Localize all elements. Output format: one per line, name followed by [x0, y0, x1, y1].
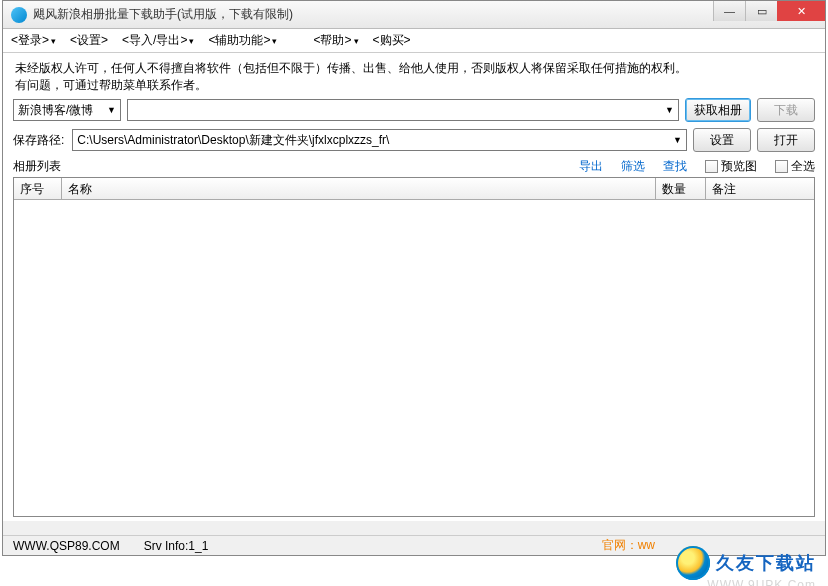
checkbox-icon: [705, 160, 718, 173]
save-path-combo[interactable]: C:\Users\Administrator\Desktop\新建文件夹\jfx…: [72, 129, 687, 151]
app-icon: [11, 7, 27, 23]
table-header: 序号 名称 数量 备注: [14, 178, 814, 200]
open-folder-button[interactable]: 打开: [757, 128, 815, 152]
warning-text: 未经版权人许可，任何人不得擅自将软件（包括但不限于）传播、出售、给他人使用，否则…: [13, 59, 815, 98]
chevron-down-icon: ▼: [107, 105, 116, 115]
menubar: <登录>▾ <设置> <导入/导出>▾ <辅助功能>▾ <帮助>▾ <购买>: [3, 29, 825, 53]
album-table: 序号 名称 数量 备注: [13, 177, 815, 517]
menu-settings[interactable]: <设置>: [70, 32, 108, 49]
source-row: 新浪博客/微博 ▼ ▼ 获取相册 下载: [13, 98, 815, 122]
menu-login[interactable]: <登录>▾: [11, 32, 56, 49]
maximize-button[interactable]: ▭: [745, 1, 777, 21]
checkbox-icon: [775, 160, 788, 173]
table-body[interactable]: [14, 200, 814, 516]
col-note[interactable]: 备注: [706, 178, 814, 199]
menu-buy[interactable]: <购买>: [373, 32, 411, 49]
search-link[interactable]: 查找: [663, 158, 687, 175]
titlebar: 飓风新浪相册批量下载助手(试用版，下载有限制) — ▭ ✕: [3, 1, 825, 29]
get-album-button[interactable]: 获取相册: [685, 98, 751, 122]
source-combo[interactable]: 新浪博客/微博 ▼: [13, 99, 121, 121]
col-name[interactable]: 名称: [62, 178, 656, 199]
minimize-button[interactable]: —: [713, 1, 745, 21]
status-srv: Srv Info:1_1: [144, 539, 209, 553]
download-button[interactable]: 下载: [757, 98, 815, 122]
close-button[interactable]: ✕: [777, 1, 825, 21]
filter-link[interactable]: 筛选: [621, 158, 645, 175]
path-row: 保存路径: C:\Users\Administrator\Desktop\新建文…: [13, 128, 815, 152]
chevron-down-icon: ▼: [665, 105, 674, 115]
window-controls: — ▭ ✕: [713, 1, 825, 21]
statusbar: WWW.QSP89.COM Srv Info:1_1 官网：ww: [3, 535, 825, 555]
status-site: WWW.QSP89.COM: [13, 539, 120, 553]
content-area: 未经版权人许可，任何人不得擅自将软件（包括但不限于）传播、出售、给他人使用，否则…: [3, 53, 825, 521]
status-official[interactable]: 官网：ww: [602, 537, 655, 554]
menu-help[interactable]: <帮助>▾: [313, 32, 358, 49]
menu-import-export[interactable]: <导入/导出>▾: [122, 32, 194, 49]
preview-checkbox[interactable]: 预览图: [705, 158, 757, 175]
path-settings-button[interactable]: 设置: [693, 128, 751, 152]
save-path-label: 保存路径:: [13, 132, 66, 149]
col-count[interactable]: 数量: [656, 178, 706, 199]
app-window: 飓风新浪相册批量下载助手(试用版，下载有限制) — ▭ ✕ <登录>▾ <设置>…: [2, 0, 826, 556]
select-all-checkbox[interactable]: 全选: [775, 158, 815, 175]
blog-url-combo[interactable]: ▼: [127, 99, 679, 121]
album-list-title: 相册列表: [13, 158, 61, 175]
window-title: 飓风新浪相册批量下载助手(试用版，下载有限制): [33, 6, 293, 23]
source-selected: 新浪博客/微博: [18, 102, 93, 119]
chevron-down-icon: ▼: [673, 135, 682, 145]
watermark-sub: WWW.9UPK.Com: [707, 578, 816, 586]
menu-aux[interactable]: <辅助功能>▾: [208, 32, 277, 49]
save-path-value: C:\Users\Administrator\Desktop\新建文件夹\jfx…: [77, 132, 389, 149]
col-seq[interactable]: 序号: [14, 178, 62, 199]
list-toolbar: 相册列表 导出 筛选 查找 预览图 全选: [13, 158, 815, 175]
export-link[interactable]: 导出: [579, 158, 603, 175]
